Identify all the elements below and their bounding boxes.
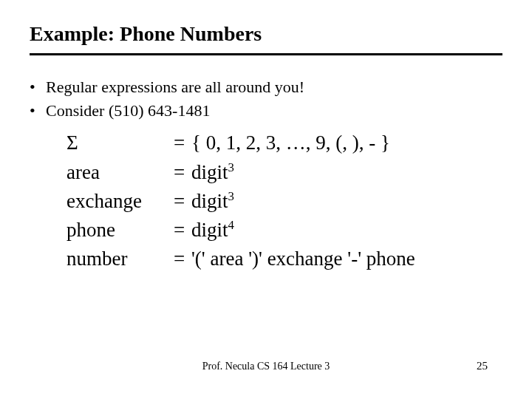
def-rhs-sup: 4 bbox=[228, 218, 234, 232]
def-row-area: area = digit3 bbox=[66, 158, 502, 187]
def-rhs: digit3 bbox=[191, 158, 502, 187]
page-number: 25 bbox=[477, 360, 488, 372]
def-row-phone: phone = digit4 bbox=[66, 216, 502, 245]
def-rhs: '(' area ')' exchange '-' phone bbox=[191, 245, 502, 273]
def-row-exchange: exchange = digit3 bbox=[66, 187, 502, 216]
def-eq: = bbox=[174, 245, 191, 273]
def-eq: = bbox=[174, 129, 191, 157]
def-rhs-base: digit bbox=[191, 190, 228, 212]
slide: Example: Phone Numbers Regular expressio… bbox=[0, 0, 532, 399]
def-rhs: digit3 bbox=[191, 187, 502, 216]
definitions: Σ = { 0, 1, 2, 3, …, 9, (, ), - } area =… bbox=[66, 129, 502, 273]
def-rhs-base: digit bbox=[191, 161, 228, 183]
def-lhs: Σ bbox=[66, 129, 174, 157]
bullet-list: Regular expressions are all around you! … bbox=[30, 76, 502, 121]
def-eq: = bbox=[174, 216, 191, 245]
title-rule bbox=[30, 53, 502, 55]
def-row-number: number = '(' area ')' exchange '-' phone bbox=[66, 245, 502, 273]
footer-text: Prof. Necula CS 164 Lecture 3 bbox=[202, 361, 330, 372]
def-rhs: digit4 bbox=[191, 216, 502, 245]
def-rhs-sup: 3 bbox=[228, 189, 234, 203]
slide-title: Example: Phone Numbers bbox=[30, 22, 502, 50]
bullet-item: Consider (510) 643-1481 bbox=[30, 100, 502, 122]
def-rhs: { 0, 1, 2, 3, …, 9, (, ), - } bbox=[191, 129, 502, 157]
def-rhs-base: digit bbox=[191, 219, 228, 241]
def-rhs-sup: 3 bbox=[228, 160, 234, 174]
def-lhs: area bbox=[66, 158, 174, 187]
bullet-item: Regular expressions are all around you! bbox=[30, 76, 502, 98]
footer: Prof. Necula CS 164 Lecture 3 bbox=[0, 361, 532, 372]
def-lhs: phone bbox=[66, 216, 174, 245]
def-eq: = bbox=[174, 187, 191, 216]
def-row-sigma: Σ = { 0, 1, 2, 3, …, 9, (, ), - } bbox=[66, 129, 502, 157]
def-lhs: number bbox=[66, 245, 174, 273]
def-lhs: exchange bbox=[66, 187, 174, 216]
def-eq: = bbox=[174, 158, 191, 187]
